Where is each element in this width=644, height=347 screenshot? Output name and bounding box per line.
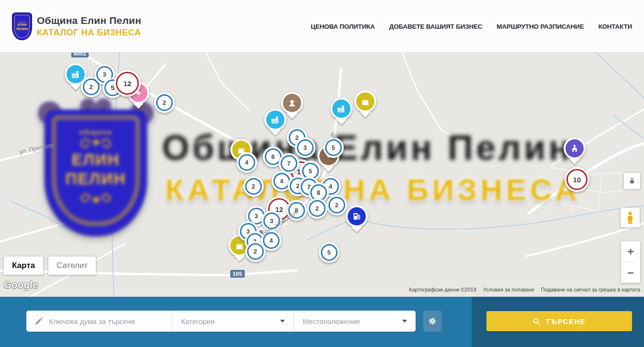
cluster-marker[interactable]: 10 [565, 167, 589, 192]
cluster-marker[interactable]: 5 [319, 242, 339, 263]
cluster-count: 4 [328, 183, 332, 190]
cluster-count: 2 [89, 83, 92, 90]
street-label: ул. Преслав [18, 141, 54, 156]
cluster-count: 10 [573, 176, 581, 184]
cluster-count: 7 [287, 160, 290, 167]
map-type-satellite-button[interactable]: Сателит [48, 257, 96, 275]
location-select-label: Местоположение [303, 317, 360, 325]
factory-pin-marker[interactable] [264, 109, 286, 131]
cluster-count: 5 [331, 144, 335, 151]
fuel-icon [348, 207, 366, 225]
zoom-in-button[interactable]: + [621, 241, 640, 262]
cluster-count: 6 [271, 153, 274, 160]
cluster-count: 3 [254, 213, 258, 220]
cluster-marker[interactable]: 2 [243, 176, 264, 197]
factory-pin-marker[interactable] [330, 98, 352, 120]
shopping-bag-icon [356, 92, 374, 111]
cluster-marker[interactable]: 2 [245, 241, 266, 262]
site-title: Община Елин Пелин [37, 15, 141, 26]
nav-item-add-business[interactable]: ДОБАВЕТЕ ВАШИЯТ БИЗНЕС [389, 23, 483, 30]
search-bar: Категория Местоположение [0, 297, 644, 347]
cluster-count: 4 [269, 237, 272, 244]
cluster-marker[interactable]: 12 [114, 70, 141, 97]
church-icon [565, 139, 584, 157]
cluster-count: 12 [124, 79, 132, 88]
church-pin-marker[interactable] [564, 137, 586, 159]
search-button[interactable]: ТЪРСЕНЕ [486, 311, 632, 331]
nav-item-contacts[interactable]: КОНТАКТИ [598, 23, 632, 30]
cluster-count: 4 [245, 159, 248, 166]
shopping-bag-pin-marker[interactable] [354, 90, 376, 112]
main-nav: ЦЕНОВА ПОЛИТИКА ДОБАВЕТЕ ВАШИЯТ БИЗНЕС М… [311, 0, 632, 53]
cluster-count: 2 [251, 183, 255, 190]
keyword-search-input[interactable] [48, 317, 172, 326]
cluster-marker[interactable]: 2 [307, 198, 328, 219]
pencil-icon [34, 317, 43, 326]
category-select[interactable]: Категория [172, 311, 294, 332]
zoom-control: + − [621, 241, 640, 283]
header: община ЕЛИН ПЕЛИН Община Елин Пелин КАТА… [0, 0, 644, 53]
cluster-marker[interactable]: 3 [295, 137, 316, 158]
worker-icon [283, 94, 301, 112]
municipality-logo: община ЕЛИН ПЕЛИН [12, 12, 32, 40]
road-label: 105 [230, 270, 245, 278]
factory-icon [67, 65, 85, 83]
lock-icon [628, 177, 636, 185]
attribution-report-link[interactable]: Подаване на сигнал за грешка в картата [541, 287, 640, 292]
location-select[interactable]: Местоположение [294, 311, 416, 332]
brand[interactable]: община ЕЛИН ПЕЛИН Община Елин Пелин КАТА… [12, 12, 141, 40]
cluster-count: 2 [315, 205, 318, 212]
site-subtitle: КАТАЛОГ НА БИЗНЕСА [37, 28, 141, 38]
road-label: 6002 [71, 53, 89, 57]
factory-icon [266, 111, 284, 129]
cluster-count: 2 [162, 99, 166, 106]
nav-item-schedule[interactable]: МАРШРУТНО РАЗПИСАНИЕ [497, 23, 584, 30]
cluster-count: 4 [280, 178, 283, 185]
pegman-icon [624, 211, 636, 224]
zoom-out-button[interactable]: − [621, 262, 640, 283]
search-icon [532, 317, 541, 325]
chevron-down-icon [402, 320, 407, 323]
cluster-count: 2 [335, 201, 338, 209]
fuel-pin-marker[interactable] [346, 205, 368, 227]
cluster-count: 5 [308, 168, 312, 175]
cluster-marker[interactable]: 2 [327, 195, 347, 215]
search-input-group: Категория Местоположение [26, 311, 416, 332]
lock-button[interactable] [624, 173, 640, 189]
pegman-button[interactable] [621, 208, 640, 227]
search-button-label: ТЪРСЕНЕ [545, 317, 586, 325]
cluster-marker[interactable]: 2 [154, 92, 175, 113]
cluster-count: 3 [303, 144, 306, 151]
google-map[interactable]: община ЕЛИН ПЕЛИН [0, 53, 644, 297]
nav-item-pricing[interactable]: ЦЕНОВА ПОЛИТИКА [311, 23, 375, 30]
cluster-marker[interactable]: 4 [237, 152, 257, 173]
cluster-count: 8 [316, 189, 320, 196]
category-select-label: Категория [181, 317, 215, 325]
keyword-section [26, 311, 172, 332]
google-logo[interactable]: Google [4, 280, 38, 291]
advanced-settings-button[interactable] [423, 311, 441, 332]
cluster-count: 3 [102, 71, 106, 78]
map-type-map-button[interactable]: Карта [4, 257, 43, 275]
factory-icon [332, 100, 350, 118]
map-attribution: Картографски данни ©2019 Условия за полз… [409, 287, 640, 292]
gear-icon [428, 316, 437, 326]
chevron-down-icon [280, 320, 285, 323]
attribution-copyright: Картографски данни ©2019 [409, 287, 476, 292]
cluster-count: 5 [327, 249, 330, 256]
map-type-control: Карта Сателит [4, 257, 96, 275]
street-label: ци“ [330, 131, 339, 141]
markers-layer: 2 3 5 12 2 2 3 5 6 4 13 7 5 4 2 2 7 4 8 … [0, 53, 644, 297]
attribution-terms-link[interactable]: Условия за ползване [483, 287, 534, 292]
cluster-count: 2 [253, 248, 257, 255]
worker-pin-marker[interactable] [281, 92, 303, 114]
